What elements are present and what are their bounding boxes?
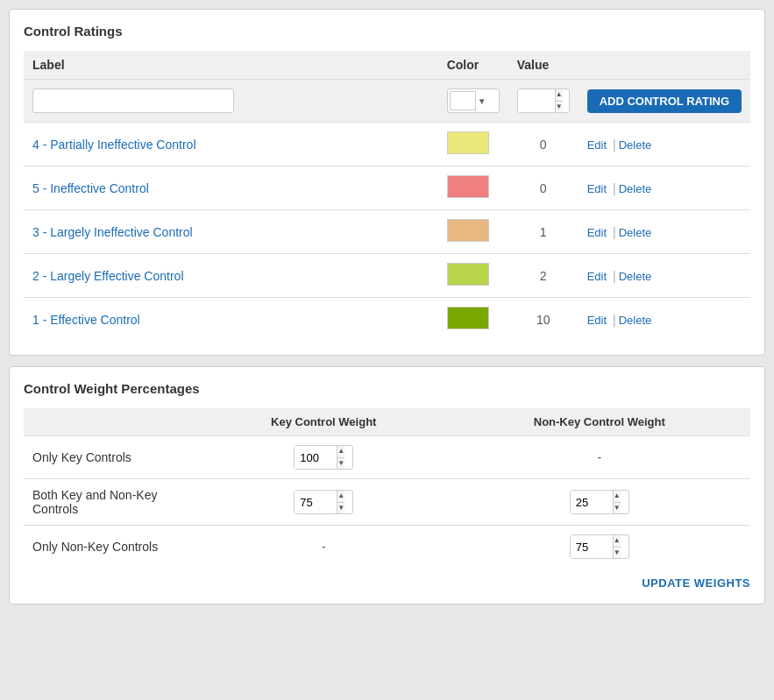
nonkey-weight-down-btn[interactable]: ▼ — [614, 548, 621, 559]
weights-header-label — [24, 408, 199, 436]
new-value-spinner-btns: ▲ ▼ — [555, 89, 563, 112]
new-value-spinner: ▲ ▼ — [517, 88, 570, 113]
row-color-cell — [438, 298, 508, 342]
row-actions: Edit |Delete — [579, 166, 750, 210]
row-value: 0 — [508, 166, 579, 210]
key-weight-input[interactable] — [295, 446, 337, 469]
weights-header-key: Key Control Weight — [199, 408, 448, 436]
key-weight-down-btn[interactable]: ▼ — [337, 458, 344, 470]
control-weights-section: Control Weight Percentages Key Control W… — [9, 366, 765, 605]
nonkey-weight-dash: - — [448, 436, 750, 479]
action-separator: | — [609, 269, 616, 283]
new-value-cell: ▲ ▼ — [508, 80, 579, 123]
nonkey-weight-up-btn[interactable]: ▲ — [614, 535, 621, 548]
ratings-table-header-row: Label Color Value — [24, 51, 750, 80]
color-swatch — [447, 175, 489, 198]
key-weight-spinner-btns: ▲ ▼ — [337, 491, 344, 513]
color-preview-box — [450, 91, 476, 110]
key-weight-down-btn[interactable]: ▼ — [337, 503, 344, 514]
update-weights-button[interactable]: UPDATE WEIGHTS — [642, 576, 750, 590]
delete-link[interactable]: Delete — [619, 226, 652, 239]
row-color-cell — [438, 210, 508, 254]
color-swatch — [447, 263, 489, 286]
header-actions — [579, 51, 750, 80]
control-weights-title: Control Weight Percentages — [24, 381, 750, 396]
nonkey-weight-cell: ▲ ▼ — [448, 526, 750, 569]
key-weight-spinner: ▲ ▼ — [294, 490, 353, 514]
key-weight-up-btn[interactable]: ▲ — [337, 446, 344, 458]
row-actions: Edit |Delete — [579, 298, 750, 342]
nonkey-weight-spinner: ▲ ▼ — [570, 490, 629, 514]
key-weight-input[interactable] — [295, 491, 337, 513]
table-row: 3 - Largely Ineffective Control 1 Edit |… — [24, 210, 750, 254]
row-actions: Edit |Delete — [579, 123, 750, 166]
row-color-cell — [438, 123, 508, 166]
action-separator: | — [609, 181, 616, 195]
update-weights-btn-row: UPDATE WEIGHTS — [24, 568, 750, 590]
row-actions: Edit |Delete — [579, 210, 750, 254]
nonkey-weight-spinner-btns: ▲ ▼ — [613, 491, 621, 513]
delete-link[interactable]: Delete — [619, 314, 652, 327]
key-weight-spinner: ▲ ▼ — [294, 445, 353, 470]
delete-link[interactable]: Delete — [619, 138, 652, 152]
table-row: Only Key Controls ▲ ▼ - — [24, 436, 750, 479]
edit-link[interactable]: Edit — [587, 226, 607, 239]
table-row: Only Non-Key Controls - ▲ ▼ — [24, 526, 750, 569]
new-label-input[interactable] — [32, 88, 234, 113]
action-separator: | — [609, 313, 616, 327]
color-picker[interactable]: ▼ — [447, 88, 500, 113]
row-value: 2 — [508, 254, 579, 298]
ratings-table: Label Color Value ▼ — [24, 51, 750, 341]
weights-table: Key Control Weight Non-Key Control Weigh… — [24, 408, 750, 568]
nonkey-weight-input[interactable] — [571, 491, 613, 513]
row-label: 4 - Partially Ineffective Control — [24, 123, 438, 166]
control-ratings-title: Control Ratings — [24, 24, 750, 39]
row-actions: Edit |Delete — [579, 254, 750, 298]
header-color: Color — [438, 51, 508, 80]
table-row: 5 - Ineffective Control 0 Edit |Delete — [24, 166, 750, 210]
delete-link[interactable]: Delete — [619, 182, 652, 195]
page-container: Control Ratings Label Color Value — [9, 9, 765, 605]
new-value-input[interactable] — [518, 89, 555, 112]
row-value: 1 — [508, 210, 579, 254]
edit-link[interactable]: Edit — [587, 270, 607, 283]
weights-header-nonkey: Non-Key Control Weight — [448, 408, 750, 436]
add-control-rating-button[interactable]: ADD CONTROL RATING — [587, 89, 742, 113]
row-label: 5 - Ineffective Control — [24, 166, 438, 210]
key-weight-cell: ▲ ▼ — [199, 479, 448, 526]
header-value: Value — [508, 51, 579, 80]
edit-link[interactable]: Edit — [587, 314, 607, 327]
new-color-cell: ▼ — [438, 80, 508, 123]
control-ratings-section: Control Ratings Label Color Value — [9, 9, 765, 356]
new-value-down-btn[interactable]: ▼ — [556, 102, 563, 113]
nonkey-weight-down-btn[interactable]: ▼ — [614, 503, 621, 514]
header-label: Label — [24, 51, 438, 80]
edit-link[interactable]: Edit — [587, 182, 607, 195]
row-color-cell — [438, 254, 508, 298]
key-weight-dash: - — [199, 526, 448, 569]
new-label-cell — [24, 80, 438, 123]
table-row: 1 - Effective Control 10 Edit |Delete — [24, 298, 750, 342]
row-label: Only Key Controls — [24, 436, 199, 479]
row-label: 2 - Largely Effective Control — [24, 254, 438, 298]
ratings-new-row: ▼ ▲ ▼ ADD CONTROL RATING — [24, 80, 750, 123]
color-dropdown-arrow: ▼ — [478, 96, 486, 106]
ratings-table-body: 4 - Partially Ineffective Control 0 Edit… — [24, 123, 750, 342]
row-label: 3 - Largely Ineffective Control — [24, 210, 438, 254]
nonkey-weight-up-btn[interactable]: ▲ — [614, 491, 621, 503]
nonkey-weight-spinner: ▲ ▼ — [570, 534, 629, 559]
table-row: 2 - Largely Effective Control 2 Edit |De… — [24, 254, 750, 298]
delete-link[interactable]: Delete — [619, 270, 652, 283]
new-value-up-btn[interactable]: ▲ — [556, 89, 563, 102]
nonkey-weight-input[interactable] — [571, 535, 613, 558]
row-label: 1 - Effective Control — [24, 298, 438, 342]
edit-link[interactable]: Edit — [587, 138, 607, 152]
table-row: Both Key and Non-Key Controls ▲ ▼ ▲ — [24, 479, 750, 526]
key-weight-up-btn[interactable]: ▲ — [337, 491, 344, 503]
weights-table-body: Only Key Controls ▲ ▼ - Both Key and Non… — [24, 436, 750, 569]
nonkey-weight-spinner-btns: ▲ ▼ — [613, 535, 621, 558]
new-add-btn-cell: ADD CONTROL RATING — [579, 80, 750, 123]
color-swatch — [447, 219, 489, 242]
row-value: 10 — [508, 298, 579, 342]
color-swatch — [447, 131, 489, 154]
